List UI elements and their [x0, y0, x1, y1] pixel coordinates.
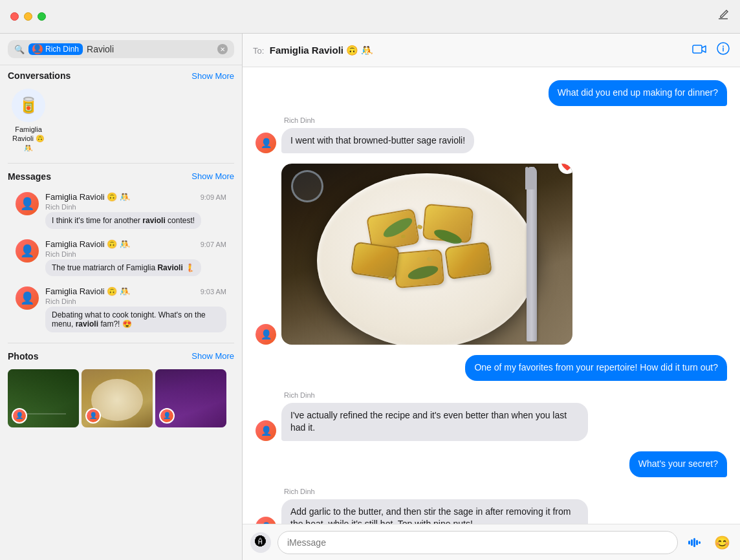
message-list-time: 9:03 AM — [201, 288, 226, 296]
svg-rect-4 — [691, 539, 693, 546]
photo-avatar-overlay: 👤 — [85, 408, 101, 424]
photos-header: Photos Show More — [8, 351, 234, 361]
message-list-avatar: 👤 — [16, 192, 39, 215]
info-icon[interactable] — [717, 42, 730, 58]
titlebar — [0, 0, 740, 34]
message-bubble: What's your secret? — [629, 451, 727, 477]
messages-header: Messages Show More — [8, 171, 234, 182]
conversations-show-more[interactable]: Show More — [191, 71, 234, 81]
svg-rect-7 — [699, 541, 701, 544]
conversation-label: FamigliaRavioli 🙃 🤼 — [8, 125, 49, 153]
app-store-button[interactable]: 🅐 — [250, 532, 271, 553]
message-sender-label: Rich Dinh — [281, 116, 474, 124]
emoji-button[interactable]: 😊 — [712, 532, 732, 553]
message-list-time: 9:07 AM — [201, 241, 226, 248]
message-row-incoming: 👤 Rich Dinh I went with that browned-but… — [256, 116, 727, 154]
message-list-header: Famiglia Ravioli 🙃 🤼 9:07 AM — [45, 239, 226, 249]
messages-section: Messages Show More 👤 Famiglia Ravioli 🙃 … — [0, 166, 242, 340]
message-bubble: I've actually refined the recipe and it'… — [281, 403, 588, 441]
message-row-incoming: 👤 Rich Dinh I've actually refined the re… — [256, 391, 727, 441]
svg-rect-6 — [696, 540, 698, 545]
chat-header-title: Famiglia Ravioli 🙃 🤼 — [270, 45, 374, 56]
message-list-item[interactable]: 👤 Famiglia Ravioli 🙃 🤼 9:03 AM Rich Dinh… — [8, 281, 234, 338]
svg-rect-3 — [688, 541, 690, 544]
audio-button[interactable] — [684, 532, 705, 553]
messages-show-more[interactable]: Show More — [191, 171, 234, 181]
conversation-item-famiglia[interactable]: 🥫 FamigliaRavioli 🙃 🤼 — [8, 89, 49, 153]
message-list-content: Famiglia Ravioli 🙃 🤼 9:07 AM Rich Dinh T… — [45, 239, 226, 276]
conversations-grid: 🥫 FamigliaRavioli 🙃 🤼 — [8, 86, 234, 158]
svg-rect-0 — [693, 45, 702, 53]
messages-title: Messages — [8, 171, 51, 182]
message-row-outgoing: What did you end up making for dinner? — [256, 80, 727, 106]
message-list-item[interactable]: 👤 Famiglia Ravioli 🙃 🤼 9:07 AM Rich Dinh… — [8, 234, 234, 281]
message-group: One of my favorites from your repertoire… — [465, 355, 727, 381]
photos-grid: 👤 👤 👤 — [8, 367, 234, 430]
video-call-icon[interactable] — [692, 43, 706, 58]
message-bubble: What did you end up making for dinner? — [549, 80, 727, 106]
search-contact-avatar: 👤 — [32, 44, 43, 54]
conversations-title: Conversations — [8, 70, 71, 81]
message-list-sender: Rich Dinh — [45, 203, 226, 211]
svg-point-2 — [723, 46, 724, 47]
search-bar: 🔍 👤 Rich Dinh Ravioli ✕ — [0, 34, 242, 65]
search-contact-chip: 👤 Rich Dinh — [28, 43, 83, 55]
message-row-incoming-image: 👤 — [256, 164, 727, 345]
photo-thumb-green[interactable]: 👤 — [8, 369, 79, 427]
message-list-preview: I think it's time for another ravioli co… — [45, 212, 201, 229]
search-icon: 🔍 — [14, 45, 25, 54]
conversation-avatar: 🥫 — [12, 89, 45, 122]
message-bubble: One of my favorites from your repertoire… — [465, 355, 727, 381]
chat-avatar: 👤 — [256, 517, 276, 524]
message-row-outgoing: One of my favorites from your repertoire… — [256, 355, 727, 381]
keyword-ravioli: ravioli — [142, 216, 165, 225]
message-list-content: Famiglia Ravioli 🙃 🤼 9:09 AM Rich Dinh I… — [45, 192, 226, 229]
keyword-ravioli: Ravioli — [157, 263, 182, 272]
photo-thumb-purple[interactable]: 👤 — [155, 369, 226, 427]
message-list-name: Famiglia Ravioli 🙃 🤼 — [45, 192, 130, 202]
close-button[interactable] — [10, 12, 19, 21]
svg-rect-5 — [693, 538, 695, 547]
search-query-text: Ravioli — [87, 44, 213, 54]
chat-messages: What did you end up making for dinner? 👤… — [243, 67, 740, 524]
message-group: What did you end up making for dinner? — [549, 80, 727, 106]
chat-header-icons — [692, 42, 730, 58]
search-clear-button[interactable]: ✕ — [217, 44, 228, 54]
message-list-header: Famiglia Ravioli 🙃 🤼 9:03 AM — [45, 286, 226, 296]
maximize-button[interactable] — [38, 12, 46, 21]
message-group-image: ❤️ — [281, 164, 572, 345]
photos-section: Photos Show More 👤 — [0, 346, 242, 433]
ravioli-image — [281, 164, 572, 345]
message-list-item[interactable]: 👤 Famiglia Ravioli 🙃 🤼 9:09 AM Rich Dinh… — [8, 187, 234, 234]
message-group: Rich Dinh I went with that browned-butte… — [281, 116, 474, 154]
photo-avatar-overlay: 👤 — [159, 408, 175, 424]
chat-header-to-label: To: — [253, 46, 264, 56]
compose-button[interactable] — [717, 8, 730, 25]
photos-show-more[interactable]: Show More — [191, 351, 234, 361]
message-group: Rich Dinh Add garlic to the butter, and … — [281, 488, 588, 524]
chat-avatar: 👤 — [256, 324, 276, 345]
message-input[interactable] — [278, 531, 678, 554]
photo-thumb-yellow[interactable]: 👤 — [82, 369, 153, 427]
conversations-header: Conversations Show More — [8, 70, 234, 81]
message-list-sender: Rich Dinh — [45, 297, 226, 305]
chat-header-title-area: To: Famiglia Ravioli 🙃 🤼 — [253, 45, 373, 56]
chat-header: To: Famiglia Ravioli 🙃 🤼 — [243, 34, 740, 67]
keyword-ravioli: ravioli — [76, 319, 98, 328]
divider-2 — [8, 343, 234, 343]
message-list-time: 9:09 AM — [201, 193, 226, 201]
message-list-avatar: 👤 — [16, 239, 39, 263]
message-sender-label: Rich Dinh — [281, 488, 588, 495]
photos-title: Photos — [8, 351, 38, 361]
message-list-content: Famiglia Ravioli 🙃 🤼 9:03 AM Rich Dinh D… — [45, 286, 226, 332]
minimize-button[interactable] — [24, 12, 32, 21]
message-group: What's your secret? — [629, 451, 727, 477]
message-row-outgoing: What's your secret? — [256, 451, 727, 477]
image-message[interactable]: ❤️ — [281, 164, 572, 345]
message-list-sender: Rich Dinh — [45, 250, 226, 258]
message-sender-label: Rich Dinh — [281, 391, 588, 399]
chat-input-bar: 🅐 😊 — [243, 524, 740, 560]
search-input-container[interactable]: 🔍 👤 Rich Dinh Ravioli ✕ — [8, 40, 234, 58]
message-list-avatar: 👤 — [16, 286, 39, 310]
sidebar: 🔍 👤 Rich Dinh Ravioli ✕ Conversations Sh… — [0, 34, 243, 560]
